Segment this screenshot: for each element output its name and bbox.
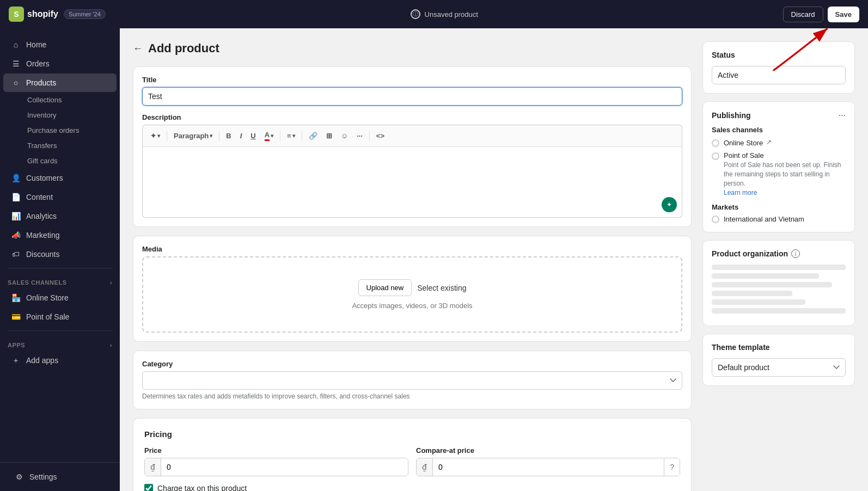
sidebar-sub-item-gift-cards[interactable]: Gift cards [23,154,117,168]
pos-desc: Point of Sale has not been set up. Finis… [724,161,846,188]
toolbar-sep-5 [369,131,370,141]
theme-card: Theme template Default product [702,334,855,386]
orders-icon: ☰ [11,59,21,69]
discard-button[interactable]: Discard [783,7,823,22]
category-hint: Determines tax rates and adds metafields… [142,392,682,400]
sidebar-label-pos: Point of Sale [26,312,69,321]
italic-btn[interactable]: I [237,130,246,142]
price-input-wrapper: ₫ [144,458,408,476]
media-upload-area[interactable]: Upload new Select existing Accepts image… [142,256,682,333]
status-select[interactable]: Active Draft Archived [712,66,846,84]
more-btn[interactable]: ··· [353,130,366,142]
main-layout: ⌂ Home ☰ Orders ○ Products Collections I… [0,28,868,491]
unsaved-icon: ⓘ [411,9,420,19]
align-btn[interactable]: ≡ ▾ [284,130,298,142]
skeleton-6 [712,308,846,314]
skeleton-5 [712,299,805,305]
upload-new-button[interactable]: Upload new [358,279,412,296]
title-input[interactable] [142,87,682,106]
sidebar-item-home[interactable]: ⌂ Home [3,35,117,54]
sidebar-item-content[interactable]: 📄 Content [3,188,117,206]
skeleton-1 [712,265,846,270]
market-item: International and Vietnam [712,214,846,223]
sidebar-item-analytics[interactable]: 📊 Analytics [3,207,117,225]
home-icon: ⌂ [11,40,21,50]
sidebar-label-customers: Customers [26,174,63,182]
apps-label: Apps [8,342,25,348]
market-value: International and Vietnam [724,215,804,223]
color-btn[interactable]: A ▾ [261,128,277,143]
description-area[interactable] [142,147,682,218]
price-input[interactable] [161,458,408,476]
title-card: Title Description ✦ ▾ Paragraph [133,66,692,227]
sidebar-item-settings[interactable]: ⚙ Settings [7,468,113,486]
sidebar-settings[interactable]: ⚙ Settings [0,462,120,491]
emoji-btn[interactable]: ☺ [338,130,351,142]
price-field: Price ₫ [144,446,408,476]
sales-channels-section: Sales channels › [0,273,120,288]
code-btn[interactable]: <> [373,130,388,142]
bold-btn[interactable]: B [223,130,234,142]
topbar-right: Discard Save [783,7,859,22]
skeleton-4 [712,291,792,296]
price-label: Price [144,446,408,455]
sidebar-item-marketing[interactable]: 📣 Marketing [3,226,117,244]
sidebar-item-products[interactable]: ○ Products [3,73,117,92]
link-btn[interactable]: 🔗 [305,130,321,142]
magic-icon: ✦ [150,132,156,140]
sidebar-sub-item-purchase-orders[interactable]: Purchase orders [23,123,117,138]
underline-btn[interactable]: U [247,130,259,142]
sidebar-sub-item-transfers[interactable]: Transfers [23,138,117,153]
media-buttons: Upload new Select existing [358,279,467,296]
select-existing-link[interactable]: Select existing [417,284,466,292]
save-button[interactable]: Save [828,7,859,22]
sidebar-item-discounts[interactable]: 🏷 Discounts [3,245,117,263]
pos-name: Point of Sale [724,151,846,159]
pos-channel: Point of Sale Point of Sale has not been… [712,151,846,197]
pricing-row-1: Price ₫ Compare-at price ₫ ? [144,446,680,476]
ai-assistant-icon[interactable]: ✦ [662,197,677,212]
align-chevron: ▾ [292,133,295,139]
learn-more-link[interactable]: Learn more [724,189,757,197]
back-button[interactable]: ← [133,43,143,54]
page-title: Add product [148,41,219,56]
sidebar-item-online-store[interactable]: 🏪 Online Store [3,289,117,307]
compare-price-input[interactable] [433,458,664,476]
sidebar-label-settings: Settings [29,472,57,481]
magic-chevron: ▾ [157,133,160,139]
charge-tax-row: Charge tax on this product [144,484,680,491]
pos-info: Point of Sale Point of Sale has not been… [724,151,846,197]
theme-select[interactable]: Default product [712,358,846,377]
sidebar-item-orders[interactable]: ☰ Orders [3,54,117,73]
para-chevron: ▾ [210,133,212,139]
sales-channels-label: Sales channels [8,279,67,286]
embed-btn[interactable]: ⊞ [323,130,335,142]
publishing-header: Publishing ··· [712,111,846,120]
sales-channels-title: Sales channels [712,126,846,134]
publishing-title: Publishing [712,111,751,120]
description-wrapper: ✦ ▾ Paragraph ▾ B I U [142,125,682,218]
publishing-more-button[interactable]: ··· [839,111,846,120]
prod-org-header: Product organization i [712,249,846,258]
pos-icon: 💳 [11,312,21,322]
status-title: Status [712,51,846,59]
prod-org-info-icon: i [791,249,800,258]
magic-btn[interactable]: ✦ ▾ [147,130,163,142]
settings-icon: ⚙ [14,472,24,482]
paragraph-label: Paragraph [174,132,209,140]
sidebar-sub-item-collections[interactable]: Collections [23,93,117,107]
marketing-icon: 📣 [11,230,21,240]
sidebar-sub-item-inventory[interactable]: Inventory [23,108,117,122]
description-toolbar: ✦ ▾ Paragraph ▾ B I U [142,125,682,147]
discounts-icon: 🏷 [11,249,21,259]
topbar-left: S shopify Summer '24 [9,7,106,22]
apps-section: Apps › [0,335,120,351]
sidebar-item-add-apps[interactable]: + Add apps [3,351,117,370]
toolbar-sep-4 [302,131,302,141]
paragraph-btn[interactable]: Paragraph ▾ [170,130,216,142]
sidebar-item-pos[interactable]: 💳 Point of Sale [3,308,117,326]
sidebar-label-home: Home [26,40,46,49]
charge-tax-checkbox[interactable] [144,484,153,491]
category-select[interactable] [142,371,682,390]
sidebar-item-customers[interactable]: 👤 Customers [3,169,117,187]
